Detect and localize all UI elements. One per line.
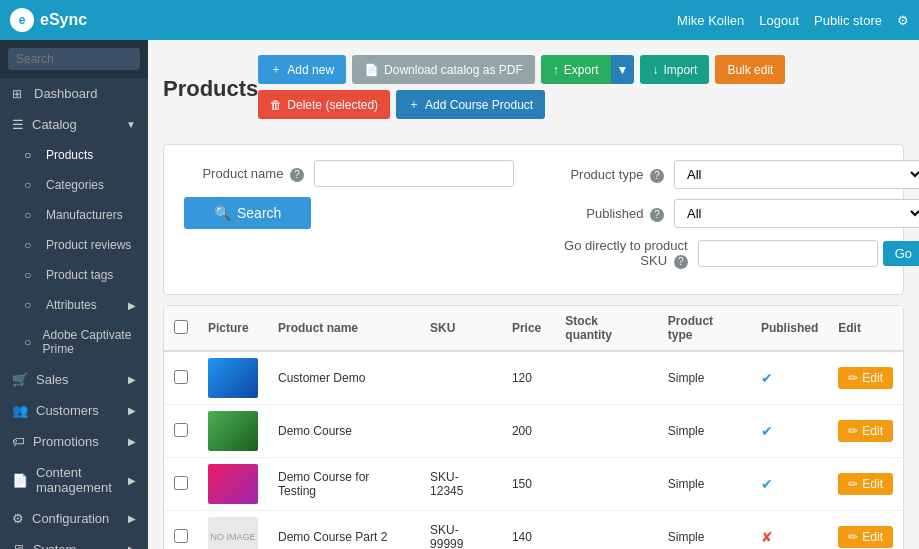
sidebar-item-product-tags[interactable]: ○ Product tags — [0, 260, 148, 290]
row-picture-cell: NO IMAGE — [198, 511, 268, 550]
published-help[interactable]: ? — [650, 208, 664, 222]
col-product-type: Product type — [658, 306, 751, 351]
sidebar-item-customers[interactable]: 👥 Customers ▶ — [0, 395, 148, 426]
sidebar-label-manufacturers: Manufacturers — [46, 208, 123, 222]
sidebar-label-configuration: Configuration — [32, 511, 109, 526]
sidebar-label-attributes: Attributes — [46, 298, 97, 312]
edit-button[interactable]: ✏ Edit — [838, 473, 893, 495]
row-edit-cell: ✏ Edit — [828, 405, 903, 458]
catalog-icon: ☰ — [12, 117, 24, 132]
user-name: Mike Kollen — [677, 13, 744, 28]
sidebar-item-promotions[interactable]: 🏷 Promotions ▶ — [0, 426, 148, 457]
sidebar-item-system[interactable]: 🖥 System ▶ — [0, 534, 148, 549]
edit-button[interactable]: ✏ Edit — [838, 526, 893, 548]
product-type-help[interactable]: ? — [650, 169, 664, 183]
trash-icon: 🗑 — [270, 98, 282, 112]
delete-selected-button[interactable]: 🗑 Delete (selected) — [258, 90, 390, 119]
table-header-row: Picture Product name SKU Price Stock qua… — [164, 306, 903, 351]
pencil-icon: ✏ — [848, 424, 858, 438]
col-product-name: Product name — [268, 306, 420, 351]
col-edit: Edit — [828, 306, 903, 351]
row-checkbox[interactable] — [174, 529, 188, 543]
products-table: Picture Product name SKU Price Stock qua… — [163, 305, 904, 549]
import-icon: ↓ — [652, 63, 658, 77]
row-stock-cell — [555, 351, 657, 405]
app-name: eSync — [40, 11, 87, 29]
row-sku-cell: SKU-99999 — [420, 511, 502, 550]
right-filters: Product type ? All Simple Grouped Downlo… — [544, 160, 919, 279]
row-checkbox[interactable] — [174, 370, 188, 384]
row-checkbox[interactable] — [174, 423, 188, 437]
logo-icon: e — [10, 8, 34, 32]
edit-button[interactable]: ✏ Edit — [838, 420, 893, 442]
sidebar-item-dashboard[interactable]: ⊞ Dashboard — [0, 78, 148, 109]
product-image — [208, 411, 258, 451]
adobe-icon: ○ — [24, 335, 35, 349]
product-name-input[interactable] — [314, 160, 514, 187]
sidebar-item-manufacturers[interactable]: ○ Manufacturers — [0, 200, 148, 230]
sidebar-item-sales[interactable]: 🛒 Sales ▶ — [0, 364, 148, 395]
tags-icon: ○ — [24, 268, 38, 282]
products-tbody: Customer Demo 120 Simple ✔ ✏ Edit Demo C… — [164, 351, 903, 549]
sku-input[interactable] — [698, 240, 878, 267]
bulk-edit-button[interactable]: Bulk edit — [715, 55, 785, 84]
search-button[interactable]: 🔍 Search — [184, 197, 311, 229]
share-icon[interactable]: ⚙ — [897, 13, 909, 28]
sales-arrow: ▶ — [128, 374, 136, 385]
table-row: Demo Course for Testing SKU-12345 150 Si… — [164, 458, 903, 511]
go-button[interactable]: Go — [883, 241, 919, 266]
left-filters: Product name ? 🔍 Search — [184, 160, 514, 279]
products-data-table: Picture Product name SKU Price Stock qua… — [164, 306, 903, 549]
export-dropdown-button[interactable]: ▼ — [611, 55, 635, 84]
sidebar-label-system: System — [33, 542, 76, 549]
sidebar-item-configuration[interactable]: ⚙ Configuration ▶ — [0, 503, 148, 534]
row-type-cell: Simple — [658, 405, 751, 458]
sidebar-label-promotions: Promotions — [33, 434, 99, 449]
sidebar-item-attributes[interactable]: ○ Attributes ▶ — [0, 290, 148, 320]
sidebar: ⊞ Dashboard ☰ Catalog ▼ ○ Products ○ Cat… — [0, 40, 148, 549]
product-type-select[interactable]: All Simple Grouped Downloadable Virtual … — [674, 160, 919, 189]
row-published-cell: ✔ — [751, 458, 828, 511]
sidebar-label-adobe: Adobe Captivate Prime — [43, 328, 136, 356]
published-select[interactable]: All Published Unpublished — [674, 199, 919, 228]
select-all-checkbox[interactable] — [174, 320, 188, 334]
sidebar-item-catalog[interactable]: ☰ Catalog ▼ — [0, 109, 148, 140]
manufacturers-icon: ○ — [24, 208, 38, 222]
sidebar-label-catalog: Catalog — [32, 117, 77, 132]
product-name-help[interactable]: ? — [290, 168, 304, 182]
logo-area: e eSync — [10, 8, 87, 32]
product-image — [208, 464, 258, 504]
sku-help[interactable]: ? — [674, 255, 688, 269]
export-button[interactable]: ↑ Export — [541, 55, 611, 84]
row-edit-cell: ✏ Edit — [828, 351, 903, 405]
pencil-icon: ✏ — [848, 530, 858, 544]
sidebar-item-adobe[interactable]: ○ Adobe Captivate Prime — [0, 320, 148, 364]
sidebar-item-content[interactable]: 📄 Content management ▶ — [0, 457, 148, 503]
add-course-product-button[interactable]: ＋ Add Course Product — [396, 90, 545, 119]
published-check: ✔ — [761, 423, 773, 439]
row-stock-cell — [555, 458, 657, 511]
row-checkbox[interactable] — [174, 476, 188, 490]
sidebar-item-products[interactable]: ○ Products — [0, 140, 148, 170]
col-stock-quantity: Stock quantity — [555, 306, 657, 351]
config-icon: ⚙ — [12, 511, 24, 526]
plus-icon: ＋ — [270, 61, 282, 78]
public-store-link[interactable]: Public store — [814, 13, 882, 28]
add-course-icon: ＋ — [408, 96, 420, 113]
sidebar-search-input[interactable] — [8, 48, 140, 70]
dashboard-icon: ⊞ — [12, 87, 26, 101]
row-checkbox-cell — [164, 405, 198, 458]
add-new-button[interactable]: ＋ Add new — [258, 55, 346, 84]
table-row: NO IMAGE Demo Course Part 2 SKU-99999 14… — [164, 511, 903, 550]
sidebar-label-products: Products — [46, 148, 93, 162]
sidebar-item-product-reviews[interactable]: ○ Product reviews — [0, 230, 148, 260]
sidebar-item-categories[interactable]: ○ Categories — [0, 170, 148, 200]
row-price-cell: 150 — [502, 458, 555, 511]
logout-link[interactable]: Logout — [759, 13, 799, 28]
pencil-icon: ✏ — [848, 477, 858, 491]
row-name-cell: Demo Course for Testing — [268, 458, 420, 511]
edit-button[interactable]: ✏ Edit — [838, 367, 893, 389]
export-icon: ↑ — [553, 63, 559, 77]
import-button[interactable]: ↓ Import — [640, 55, 709, 84]
download-catalog-button[interactable]: 📄 Download catalog as PDF — [352, 55, 535, 84]
